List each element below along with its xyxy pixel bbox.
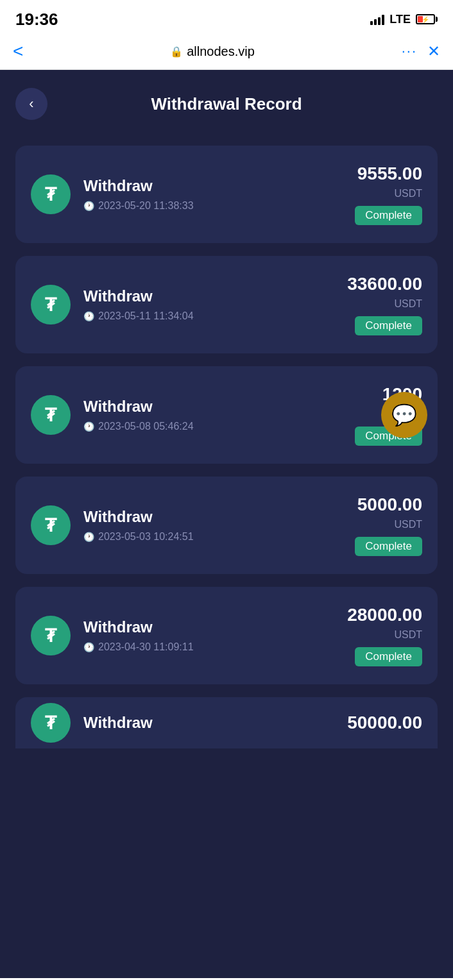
card-currency-4: USDT [394, 519, 422, 530]
card-left: ₮ Withdraw 🕐 2023-05-11 11:34:04 [31, 285, 194, 325]
status-badge-1: Complete [355, 206, 422, 225]
card-type-1: Withdraw [83, 177, 194, 195]
browser-bar: < 🔒 allnodes.vip ··· ✕ [0, 36, 453, 70]
partial-card-amount: 50000.00 [347, 713, 422, 733]
lte-label: LTE [389, 13, 411, 26]
card-type-3: Withdraw [83, 398, 194, 416]
url-text: allnodes.vip [187, 44, 255, 59]
card-type-4: Withdraw [83, 508, 194, 526]
lock-icon: 🔒 [170, 46, 183, 58]
status-badge-4: Complete [355, 537, 422, 556]
chat-float-button[interactable]: 💬 [381, 392, 427, 438]
partial-card-type: Withdraw [83, 714, 153, 732]
card-datetime-4: 🕐 2023-05-03 10:24:51 [83, 531, 194, 543]
card-left: ₮ Withdraw 🕐 2023-05-03 10:24:51 [31, 505, 194, 545]
card-datetime-3: 🕐 2023-05-08 05:46:24 [83, 421, 194, 432]
tether-logo-1: ₮ [31, 174, 71, 214]
withdrawal-card: ₮ Withdraw 🕐 2023-04-30 11:09:11 28000.0… [15, 587, 438, 684]
card-left: ₮ Withdraw 🕐 2023-04-30 11:09:11 [31, 616, 194, 655]
withdrawal-card: ₮ Withdraw 🕐 2023-05-03 10:24:51 5000.00… [15, 477, 438, 574]
card-amount-5: 28000.00 [347, 605, 422, 625]
tether-logo-5: ₮ [31, 616, 71, 655]
card-currency-5: USDT [394, 629, 422, 641]
tether-logo-3: ₮ [31, 395, 71, 435]
card-currency-2: USDT [394, 298, 422, 310]
page-title: Withdrawal Record [47, 94, 406, 114]
withdrawal-card: ₮ Withdraw 🕐 2023-05-08 05:46:24 1200 US… [15, 366, 438, 464]
chat-icon: 💬 [391, 403, 417, 427]
tether-logo-2: ₮ [31, 285, 71, 325]
clock-icon: 🕐 [83, 421, 94, 432]
card-info-1: Withdraw 🕐 2023-05-20 11:38:33 [83, 177, 194, 212]
app-container: ‹ Withdrawal Record ₮ Withdraw 🕐 2023-05… [0, 70, 453, 978]
tether-logo-4: ₮ [31, 505, 71, 545]
card-left: ₮ Withdraw 🕐 2023-05-08 05:46:24 [31, 395, 194, 435]
card-info-4: Withdraw 🕐 2023-05-03 10:24:51 [83, 508, 194, 543]
card-datetime-2: 🕐 2023-05-11 11:34:04 [83, 310, 194, 322]
partial-withdrawal-card: ₮ Withdraw 50000.00 [15, 697, 438, 748]
card-datetime-1: 🕐 2023-05-20 11:38:33 [83, 200, 194, 212]
card-left: ₮ Withdraw 🕐 2023-05-20 11:38:33 [31, 174, 194, 214]
clock-icon: 🕐 [83, 201, 94, 211]
card-right-2: 33600.00 USDT Complete [347, 274, 422, 335]
card-type-5: Withdraw [83, 618, 194, 636]
status-icons: LTE ⚡ [370, 13, 438, 26]
card-datetime-5: 🕐 2023-04-30 11:09:11 [83, 641, 194, 653]
card-amount-4: 5000.00 [357, 494, 422, 515]
card-info-2: Withdraw 🕐 2023-05-11 11:34:04 [83, 287, 194, 322]
status-bar: 19:36 LTE ⚡ [0, 0, 453, 36]
status-time: 19:36 [15, 10, 58, 30]
browser-menu-button[interactable]: ··· [402, 43, 417, 60]
withdrawals-list: ₮ Withdraw 🕐 2023-05-20 11:38:33 9555.00… [0, 133, 453, 697]
url-bar[interactable]: 🔒 allnodes.vip [33, 44, 391, 59]
card-amount-1: 9555.00 [357, 164, 422, 184]
withdrawal-card: ₮ Withdraw 🕐 2023-05-20 11:38:33 9555.00… [15, 146, 438, 243]
status-badge-2: Complete [355, 316, 422, 335]
card-right-4: 5000.00 USDT Complete [355, 494, 422, 556]
partial-card-left: ₮ Withdraw [31, 703, 153, 743]
card-amount-2: 33600.00 [347, 274, 422, 294]
status-badge-5: Complete [355, 647, 422, 666]
app-header: ‹ Withdrawal Record [0, 70, 453, 133]
battery-icon: ⚡ [416, 14, 438, 24]
clock-icon: 🕐 [83, 311, 94, 321]
card-currency-1: USDT [394, 188, 422, 199]
card-right-5: 28000.00 USDT Complete [347, 605, 422, 666]
clock-icon: 🕐 [83, 532, 94, 542]
withdrawal-card: ₮ Withdraw 🕐 2023-05-11 11:34:04 33600.0… [15, 256, 438, 353]
card-right-1: 9555.00 USDT Complete [355, 164, 422, 225]
back-arrow-icon: ‹ [29, 96, 33, 112]
card-info-5: Withdraw 🕐 2023-04-30 11:09:11 [83, 618, 194, 653]
card-info-3: Withdraw 🕐 2023-05-08 05:46:24 [83, 398, 194, 432]
clock-icon: 🕐 [83, 642, 94, 652]
app-back-button[interactable]: ‹ [15, 88, 47, 120]
browser-back-button[interactable]: < [13, 41, 23, 62]
browser-close-button[interactable]: ✕ [427, 42, 440, 60]
card-type-2: Withdraw [83, 287, 194, 305]
signal-icon [370, 13, 384, 25]
tether-logo: ₮ [31, 703, 71, 743]
